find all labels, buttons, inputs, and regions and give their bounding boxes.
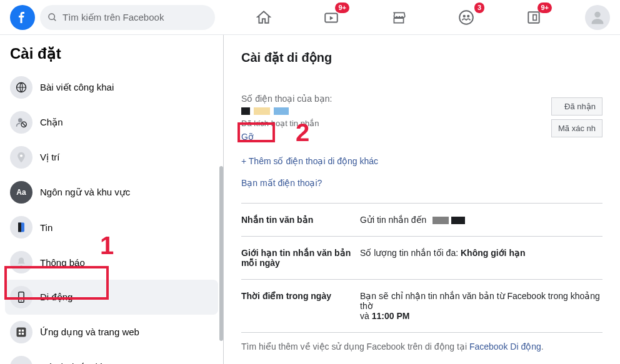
annotation-box-2 — [238, 122, 275, 142]
right-buttons: Đã nhận Mã xác nh — [551, 97, 602, 141]
profile-avatar[interactable] — [585, 5, 610, 30]
search-placeholder: Tìm kiếm trên Facebook — [62, 12, 164, 23]
svg-rect-15 — [17, 328, 26, 337]
sidebar-item-location[interactable]: Vị trí — [5, 140, 218, 175]
sidebar-item-apps[interactable]: Ứng dụng và trang web — [5, 315, 218, 350]
sidebar-item-label: Bài viết công khai — [40, 82, 114, 93]
svg-rect-16 — [19, 330, 21, 332]
received-button[interactable]: Đã nhận — [551, 97, 602, 116]
scrollbar[interactable] — [219, 166, 223, 341]
search-input[interactable]: Tìm kiếm trên Facebook — [40, 5, 215, 30]
sidebar-item-instant-games[interactable]: Trò chơi tức thì — [5, 350, 218, 364]
home-icon[interactable] — [249, 2, 279, 32]
daily-limit-row: Giới hạn tin nhắn văn bản mỗi ngày Số lư… — [241, 237, 602, 280]
your-phones-label: Số điện thoại của bạn: — [241, 94, 602, 104]
row-label: Giới hạn tin nhắn văn bản mỗi ngày — [241, 248, 360, 268]
svg-rect-4 — [528, 12, 539, 22]
svg-point-14 — [21, 300, 22, 302]
sidebar-item-label: Thông báo — [40, 257, 85, 268]
svg-point-1 — [459, 11, 473, 24]
sidebar-item-label: Ngôn ngữ và khu vực — [40, 187, 130, 198]
facebook-mobile-link[interactable]: Facebook Di động — [469, 342, 541, 352]
language-icon: Aa — [10, 181, 32, 204]
sidebar-item-blocking[interactable]: Chặn — [5, 105, 218, 140]
sidebar-item-language[interactable]: Aa Ngôn ngữ và khu vực — [5, 175, 218, 210]
sidebar-item-mobile[interactable]: Di động — [5, 280, 218, 315]
marketplace-icon[interactable] — [384, 2, 414, 32]
page-title: Cài đặt di động — [241, 50, 602, 65]
globe-icon — [10, 76, 32, 99]
main-content: Cài đặt di động Số điện thoại của bạn: Đ… — [224, 35, 620, 364]
svg-rect-19 — [22, 333, 24, 335]
annotation-number-1: 1 — [100, 232, 114, 260]
sidebar-item-label: Trò chơi tức thì — [40, 362, 103, 364]
sidebar-item-label: Chặn — [40, 117, 63, 128]
bell-icon — [10, 251, 32, 273]
svg-rect-5 — [533, 14, 536, 20]
apps-icon — [10, 321, 32, 343]
footer-text: Tìm hiểu thêm về việc sử dụng Facebook t… — [241, 333, 602, 352]
verify-button[interactable]: Mã xác nh — [551, 119, 602, 137]
stories-icon — [10, 216, 32, 239]
groups-badge: 3 — [474, 2, 484, 13]
svg-point-10 — [20, 154, 22, 157]
add-phone-link[interactable]: + Thêm số điện thoại di động khác — [241, 156, 378, 166]
game-icon — [10, 356, 32, 364]
sidebar-item-label: Tin — [40, 222, 52, 233]
nav-icons: 9+ 3 9+ — [230, 2, 585, 32]
sidebar-item-label: Vị trí — [40, 152, 60, 163]
lost-phone-link[interactable]: Bạn mất điện thoại? — [241, 178, 322, 188]
svg-point-2 — [463, 14, 466, 17]
time-of-day-row: Thời điểm trong ngày Bạn sẽ chỉ nhận tin… — [241, 280, 602, 333]
sidebar-item-label: Ứng dụng và trang web — [40, 327, 139, 338]
watch-icon[interactable]: 9+ — [316, 2, 346, 32]
block-icon — [10, 111, 32, 134]
top-header: Tìm kiếm trên Facebook 9+ 3 9+ — [0, 0, 620, 35]
mobile-icon — [10, 286, 32, 308]
row-value: Gửi tin nhắn đến — [360, 215, 602, 225]
groups-icon[interactable]: 3 — [451, 2, 481, 32]
annotation-number-2: 2 — [296, 119, 309, 147]
settings-sidebar: Cài đặt Bài viết công khai Chặn Vị trí A… — [0, 35, 224, 364]
row-value: Số lượng tin nhắn tối đa: Không giới hạn — [360, 248, 602, 268]
sidebar-item-public-posts[interactable]: Bài viết công khai — [5, 70, 218, 105]
text-messaging-row: Nhắn tin văn bản Gửi tin nhắn đến — [241, 204, 602, 237]
gaming-icon[interactable]: 9+ — [519, 2, 549, 32]
svg-rect-18 — [19, 333, 21, 335]
sidebar-item-label: Di động — [40, 292, 72, 303]
svg-rect-12 — [18, 223, 21, 232]
row-label: Nhắn tin văn bản — [241, 215, 360, 225]
facebook-logo[interactable] — [10, 5, 35, 30]
svg-rect-17 — [22, 330, 24, 332]
phone-number-redacted — [241, 107, 602, 115]
watch-badge: 9+ — [335, 2, 349, 13]
svg-point-8 — [18, 118, 22, 122]
location-icon — [10, 146, 32, 169]
sidebar-title: Cài đặt — [5, 42, 218, 70]
row-value: Bạn sẽ chỉ nhận tin nhắn văn bản từ Face… — [360, 291, 602, 321]
svg-point-3 — [467, 14, 469, 17]
svg-point-6 — [594, 11, 600, 17]
row-label: Thời điểm trong ngày — [241, 291, 360, 321]
gaming-badge: 9+ — [538, 2, 552, 13]
